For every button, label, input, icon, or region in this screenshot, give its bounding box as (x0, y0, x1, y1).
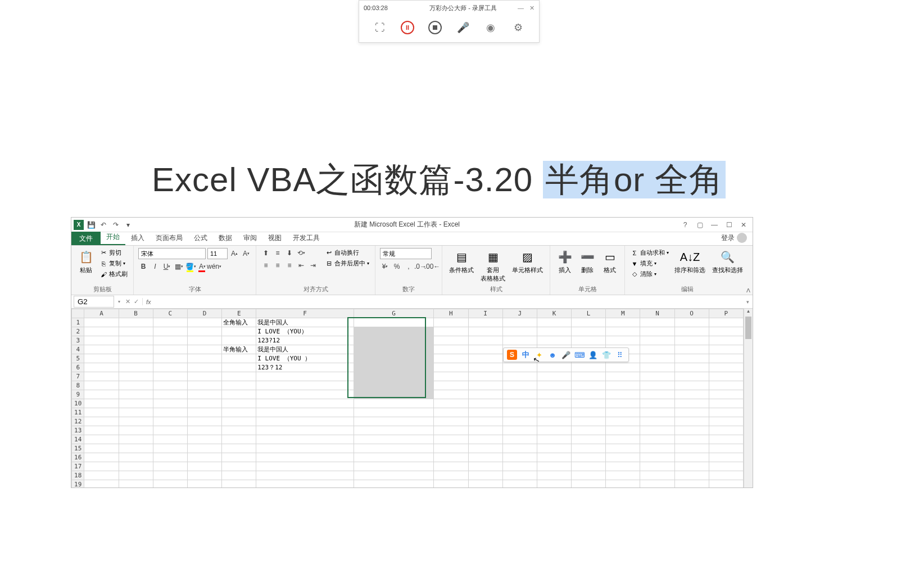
region-select-icon[interactable]: ⛶ (373, 21, 387, 34)
collapse-ribbon-button[interactable]: ᐱ (746, 287, 750, 293)
cell[interactable] (572, 453, 606, 462)
cell[interactable] (640, 471, 674, 480)
cell[interactable] (84, 462, 119, 471)
bold-button[interactable]: B (138, 261, 148, 272)
cell[interactable] (119, 327, 153, 336)
cell[interactable] (572, 408, 606, 417)
cell[interactable]: 123?12 (256, 336, 354, 345)
tab-home[interactable]: 开始 (101, 230, 125, 245)
cell[interactable] (640, 381, 674, 390)
cell[interactable] (354, 444, 434, 453)
cell[interactable] (674, 363, 709, 372)
row-header[interactable]: 16 (72, 453, 84, 462)
cell[interactable] (222, 426, 256, 435)
cell[interactable] (434, 354, 468, 363)
cell[interactable] (640, 408, 674, 417)
cell[interactable] (674, 471, 709, 480)
cell[interactable] (709, 363, 743, 372)
cell[interactable] (468, 453, 502, 462)
cell[interactable]: 我是中国人 (256, 318, 354, 327)
accounting-format-button[interactable]: ¥▾ (380, 261, 390, 272)
cell[interactable] (153, 354, 187, 363)
pause-button[interactable]: II (401, 21, 414, 34)
cell[interactable] (222, 381, 256, 390)
cell[interactable]: 半角输入 (222, 345, 256, 354)
vertical-scrollbar[interactable]: ▲ (744, 309, 753, 487)
column-header[interactable]: B (119, 309, 153, 318)
cell[interactable] (674, 462, 709, 471)
cell[interactable] (84, 435, 119, 444)
cell[interactable] (84, 426, 119, 435)
cell[interactable] (119, 345, 153, 354)
cell[interactable] (354, 453, 434, 462)
cell[interactable] (468, 399, 502, 408)
formula-input[interactable] (155, 297, 743, 306)
orientation-button[interactable]: ⟲▾ (296, 248, 306, 258)
cell[interactable] (84, 453, 119, 462)
cell[interactable] (572, 426, 606, 435)
cell[interactable] (354, 471, 434, 480)
cell[interactable] (153, 327, 187, 336)
cell[interactable] (709, 444, 743, 453)
cell[interactable] (153, 417, 187, 426)
redo-button[interactable]: ↷ (111, 220, 121, 230)
cell[interactable] (434, 399, 468, 408)
cell[interactable] (434, 408, 468, 417)
cell[interactable] (434, 435, 468, 444)
cell[interactable] (606, 471, 640, 480)
tab-insert[interactable]: 插入 (125, 231, 150, 245)
cell[interactable] (119, 426, 153, 435)
cell[interactable] (84, 318, 119, 327)
cell[interactable] (537, 372, 571, 381)
cell[interactable] (119, 354, 153, 363)
column-header[interactable]: O (674, 309, 709, 318)
ime-emoji-button[interactable]: ☻ (547, 350, 558, 360)
column-header[interactable]: G (354, 309, 434, 318)
cell[interactable] (572, 399, 606, 408)
cell[interactable] (674, 318, 709, 327)
cell[interactable] (222, 336, 256, 345)
cell[interactable] (256, 390, 354, 399)
cell[interactable] (572, 381, 606, 390)
cell[interactable] (674, 435, 709, 444)
cell[interactable] (222, 327, 256, 336)
cell[interactable] (153, 390, 187, 399)
cell[interactable] (187, 345, 221, 354)
format-as-table-button[interactable]: ▦套用 表格格式 (478, 248, 508, 284)
cell[interactable] (606, 363, 640, 372)
cell[interactable] (709, 327, 743, 336)
cell[interactable] (468, 390, 502, 399)
cell[interactable] (468, 336, 502, 345)
wrap-text-button[interactable]: ↩自动换行 (324, 248, 370, 258)
row-header[interactable]: 2 (72, 327, 84, 336)
cell[interactable] (572, 372, 606, 381)
cell[interactable] (354, 345, 434, 354)
row-header[interactable]: 14 (72, 435, 84, 444)
cell[interactable] (84, 417, 119, 426)
cell[interactable] (354, 480, 434, 488)
row-header[interactable]: 10 (72, 399, 84, 408)
cell[interactable] (709, 399, 743, 408)
cell[interactable] (187, 372, 221, 381)
cell[interactable] (354, 462, 434, 471)
cell[interactable] (709, 345, 743, 354)
cell[interactable] (502, 399, 537, 408)
cell[interactable] (434, 453, 468, 462)
cell[interactable] (674, 408, 709, 417)
cell[interactable] (256, 399, 354, 408)
cell[interactable] (709, 354, 743, 363)
cell[interactable]: 全角输入 (222, 318, 256, 327)
cell[interactable] (222, 453, 256, 462)
cell[interactable] (256, 471, 354, 480)
cell[interactable] (84, 381, 119, 390)
column-header[interactable]: C (153, 309, 187, 318)
cell[interactable] (256, 417, 354, 426)
column-header[interactable]: A (84, 309, 119, 318)
cell[interactable] (640, 426, 674, 435)
cell[interactable] (502, 408, 537, 417)
cell[interactable] (256, 381, 354, 390)
cell[interactable] (572, 363, 606, 372)
cell[interactable] (468, 435, 502, 444)
cell[interactable] (606, 327, 640, 336)
cell[interactable] (84, 372, 119, 381)
